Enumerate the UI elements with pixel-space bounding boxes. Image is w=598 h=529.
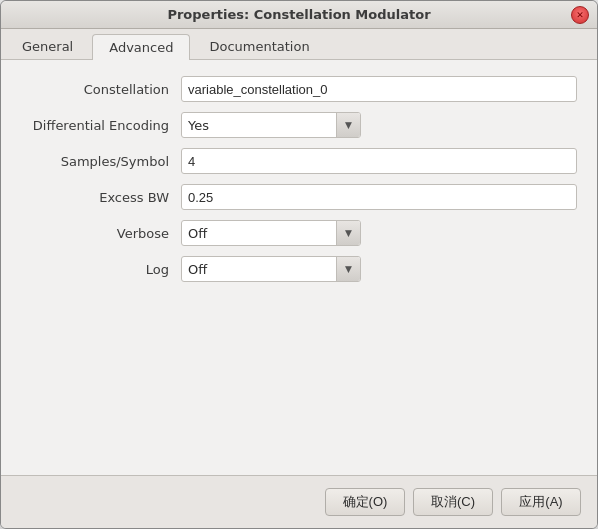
differential-encoding-select[interactable]: Yes [181, 112, 361, 138]
constellation-label: Constellation [21, 82, 181, 97]
excess-bw-label: Excess BW [21, 190, 181, 205]
differential-encoding-label: Differential Encoding [21, 118, 181, 133]
tab-general[interactable]: General [5, 33, 90, 59]
apply-button[interactable]: 应用(A) [501, 488, 581, 516]
differential-encoding-row: Differential Encoding Yes [21, 112, 577, 138]
excess-bw-row: Excess BW [21, 184, 577, 210]
log-label: Log [21, 262, 181, 277]
tab-documentation[interactable]: Documentation [192, 33, 326, 59]
constellation-row: Constellation [21, 76, 577, 102]
close-button[interactable] [571, 6, 589, 24]
window-title: Properties: Constellation Modulator [167, 7, 430, 22]
log-select[interactable]: Off [181, 256, 361, 282]
excess-bw-input[interactable] [181, 184, 577, 210]
samples-symbol-input[interactable] [181, 148, 577, 174]
tab-advanced[interactable]: Advanced [92, 34, 190, 60]
content-area: Constellation Differential Encoding Yes … [1, 60, 597, 475]
cancel-button[interactable]: 取消(C) [413, 488, 493, 516]
log-arrow[interactable] [336, 257, 360, 281]
differential-encoding-arrow[interactable] [336, 113, 360, 137]
log-row: Log Off [21, 256, 577, 282]
verbose-arrow[interactable] [336, 221, 360, 245]
ok-button[interactable]: 确定(O) [325, 488, 405, 516]
constellation-input[interactable] [181, 76, 577, 102]
verbose-row: Verbose Off [21, 220, 577, 246]
verbose-label: Verbose [21, 226, 181, 241]
samples-symbol-row: Samples/Symbol [21, 148, 577, 174]
properties-window: Properties: Constellation Modulator Gene… [0, 0, 598, 529]
tab-bar: General Advanced Documentation [1, 29, 597, 60]
titlebar: Properties: Constellation Modulator [1, 1, 597, 29]
verbose-select[interactable]: Off [181, 220, 361, 246]
samples-symbol-label: Samples/Symbol [21, 154, 181, 169]
footer: 确定(O) 取消(C) 应用(A) [1, 475, 597, 528]
